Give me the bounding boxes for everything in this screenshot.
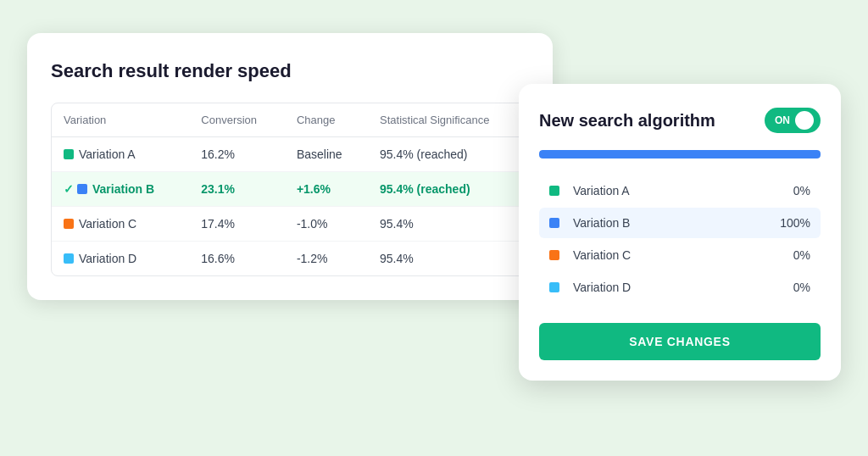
cell-change-a: Baseline: [285, 137, 368, 172]
variation-row: Variation A0%: [539, 175, 821, 206]
results-table-wrapper: Variation Conversion Change Statistical …: [51, 103, 529, 276]
table-row: Variation A16.2%Baseline95.4% (reached): [52, 137, 528, 172]
right-card-header: New search algorithm ON: [539, 108, 821, 133]
results-table: Variation Conversion Change Statistical …: [52, 103, 528, 275]
variation-row-left: Variation B: [549, 216, 630, 230]
variation-name: Variation C: [79, 217, 136, 231]
right-card-title: New search algorithm: [539, 111, 715, 131]
cell-change-b: +1.6%: [285, 172, 368, 207]
variation-row-pct: 0%: [793, 248, 810, 262]
table-row: Variation C17.4%-1.0%95.4%: [52, 207, 528, 242]
cell-change-c: -1.0%: [285, 207, 368, 242]
variation-color-dot: [549, 282, 559, 292]
cell-significance-b: 95.4% (reached): [368, 172, 528, 207]
cell-conversion-c: 17.4%: [189, 207, 285, 242]
variation-row: Variation C0%: [539, 240, 821, 270]
variation-color-dot: [64, 149, 74, 159]
variation-row-name: Variation A: [573, 184, 630, 197]
cell-conversion-a: 16.2%: [189, 137, 285, 172]
save-changes-button[interactable]: SAVE CHANGES: [539, 323, 821, 360]
variation-name: Variation D: [79, 252, 136, 265]
variation-row-name: Variation B: [573, 216, 630, 230]
cell-conversion-d: 16.6%: [189, 242, 285, 276]
cell-variation-c: Variation C: [52, 207, 189, 242]
variation-row-left: Variation A: [549, 184, 630, 197]
table-header-row: Variation Conversion Change Statistical …: [52, 103, 528, 137]
variation-row-pct: 100%: [780, 216, 810, 230]
progress-bar-fill: [539, 150, 821, 158]
cell-significance-c: 95.4%: [368, 207, 528, 242]
variation-row: Variation D0%: [539, 272, 821, 303]
cell-variation-b: ✓Variation B: [52, 172, 189, 207]
cell-conversion-b: 23.1%: [189, 172, 285, 207]
variation-color-dot: [549, 218, 559, 228]
variation-row-left: Variation C: [549, 248, 631, 262]
scene: Search result render speed Variation Con…: [27, 16, 841, 440]
variation-color-dot: [64, 253, 74, 264]
col-variation: Variation: [52, 103, 189, 137]
cell-significance-d: 95.4%: [368, 242, 528, 276]
variation-row: Variation B100%: [539, 208, 821, 238]
variation-color-dot: [549, 250, 559, 260]
table-row: ✓Variation B23.1%+1.6%95.4% (reached): [52, 172, 528, 207]
variation-row-name: Variation D: [573, 281, 631, 294]
variation-rows: Variation A0%Variation B100%Variation C0…: [539, 175, 821, 303]
progress-bar-container: [539, 150, 821, 158]
col-conversion: Conversion: [189, 103, 285, 137]
variation-row-pct: 0%: [793, 281, 810, 294]
col-change: Change: [285, 103, 368, 137]
selected-check-icon: ✓: [64, 182, 74, 196]
variation-color-dot: [64, 219, 74, 229]
cell-significance-a: 95.4% (reached): [368, 137, 528, 172]
left-card: Search result render speed Variation Con…: [27, 33, 553, 300]
col-significance: Statistical Significance: [368, 103, 528, 137]
right-card: New search algorithm ON Variation A0%Var…: [519, 84, 841, 381]
table-row: Variation D16.6%-1.2%95.4%: [52, 242, 528, 276]
cell-variation-a: Variation A: [52, 137, 189, 172]
variation-color-dot: [549, 186, 559, 196]
cell-change-d: -1.2%: [285, 242, 368, 276]
toggle-knob: [795, 111, 814, 130]
toggle-label: ON: [775, 114, 790, 126]
variation-name: Variation A: [79, 147, 136, 161]
variation-row-left: Variation D: [549, 281, 631, 294]
variation-row-name: Variation C: [573, 248, 631, 262]
variation-color-dot: [77, 184, 87, 194]
toggle-switch[interactable]: ON: [765, 108, 821, 133]
table-body: Variation A16.2%Baseline95.4% (reached)✓…: [52, 137, 528, 276]
variation-name: Variation B: [92, 182, 154, 196]
left-card-title: Search result render speed: [51, 60, 529, 82]
cell-variation-d: Variation D: [52, 242, 189, 276]
variation-row-pct: 0%: [793, 184, 810, 197]
